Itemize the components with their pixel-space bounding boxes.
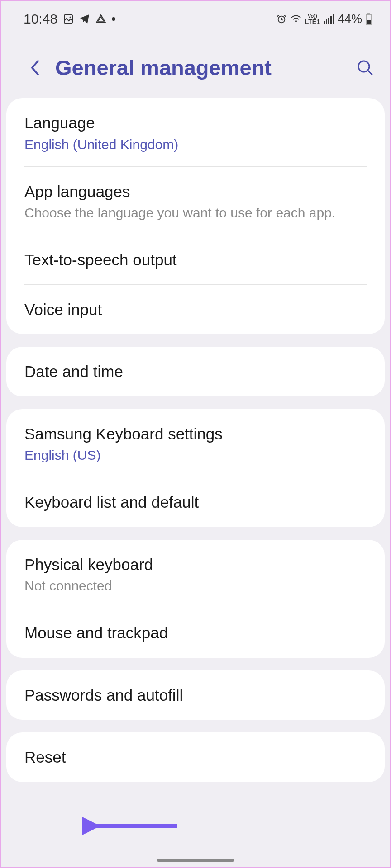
item-subtitle: Not connected: [24, 578, 367, 594]
status-right: Vo)) LTE1 44%: [276, 12, 372, 26]
settings-group-reset: Reset: [6, 732, 385, 782]
item-title: Passwords and autofill: [24, 685, 367, 706]
svg-point-1: [70, 17, 71, 18]
item-tts[interactable]: Text-to-speech output: [6, 235, 385, 285]
settings-group-passwords: Passwords and autofill: [6, 670, 385, 720]
settings-group-keyboard: Samsung Keyboard settings English (US) K…: [6, 409, 385, 527]
search-icon: [357, 59, 374, 76]
item-physical-keyboard[interactable]: Physical keyboard Not connected: [6, 540, 385, 609]
notification-dot: [112, 17, 115, 21]
item-title: Text-to-speech output: [24, 250, 367, 270]
status-bar: 10:48: [1, 1, 390, 33]
item-passwords-autofill[interactable]: Passwords and autofill: [6, 670, 385, 720]
home-indicator[interactable]: [157, 859, 234, 862]
annotation-arrow: [82, 815, 182, 839]
item-title: Language: [24, 113, 367, 133]
settings-group-date: Date and time: [6, 347, 385, 396]
page-title: General management: [55, 55, 356, 80]
item-title: Reset: [24, 747, 367, 768]
svg-point-3: [295, 20, 297, 22]
item-language[interactable]: Language English (United Kingdom): [6, 98, 385, 167]
item-title: Voice input: [24, 299, 367, 320]
item-title: App languages: [24, 181, 367, 202]
search-button[interactable]: [356, 59, 374, 77]
item-voice-input[interactable]: Voice input: [6, 285, 385, 335]
signal-icon: [324, 14, 334, 24]
item-title: Physical keyboard: [24, 554, 367, 575]
settings-group-input-devices: Physical keyboard Not connected Mouse an…: [6, 540, 385, 658]
status-time: 10:48: [24, 11, 57, 27]
item-app-languages[interactable]: App languages Choose the language you wa…: [6, 167, 385, 236]
settings-group-language: Language English (United Kingdom) App la…: [6, 98, 385, 334]
item-reset[interactable]: Reset: [6, 732, 385, 782]
wifi-icon: [291, 14, 301, 24]
telegram-icon: [79, 14, 90, 24]
item-date-time[interactable]: Date and time: [6, 347, 385, 396]
item-subtitle: English (US): [24, 448, 367, 463]
image-icon: [63, 14, 74, 24]
alarm-icon: [276, 14, 287, 24]
status-left: 10:48: [24, 11, 115, 27]
item-title: Date and time: [24, 361, 367, 382]
item-samsung-keyboard[interactable]: Samsung Keyboard settings English (US): [6, 409, 385, 478]
item-title: Samsung Keyboard settings: [24, 424, 367, 444]
battery-icon: [366, 13, 372, 25]
triangle-icon: [95, 14, 106, 24]
item-subtitle: Choose the language you want to use for …: [24, 205, 367, 221]
battery-percent: 44%: [338, 12, 362, 26]
item-keyboard-list[interactable]: Keyboard list and default: [6, 477, 385, 527]
item-title: Mouse and trackpad: [24, 623, 367, 643]
page-header: General management: [1, 33, 390, 98]
item-subtitle: English (United Kingdom): [24, 137, 367, 152]
item-mouse-trackpad[interactable]: Mouse and trackpad: [6, 608, 385, 658]
chevron-left-icon: [30, 59, 40, 76]
item-title: Keyboard list and default: [24, 492, 367, 513]
back-button[interactable]: [26, 59, 44, 77]
network-indicator: Vo)) LTE1: [305, 14, 320, 25]
